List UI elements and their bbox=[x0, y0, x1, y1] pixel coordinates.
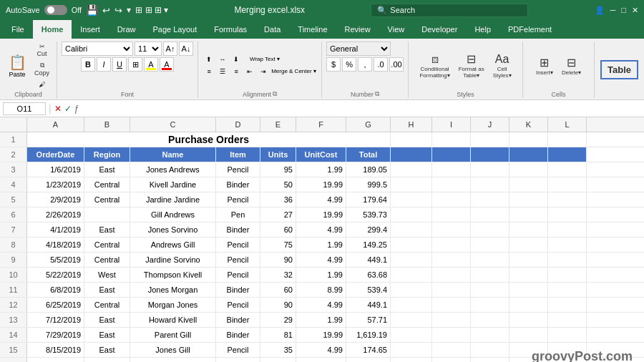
cell-E16[interactable]: 2 bbox=[260, 358, 296, 362]
cell-I4[interactable] bbox=[432, 177, 471, 192]
cell-E11[interactable]: 60 bbox=[260, 283, 296, 297]
close-icon[interactable]: ✕ bbox=[632, 6, 638, 15]
cell-J7[interactable] bbox=[471, 222, 509, 237]
cell-B13[interactable]: East bbox=[84, 313, 130, 327]
cell-styles-btn[interactable]: Aa CellStyles▾ bbox=[490, 47, 514, 85]
cell-K1[interactable] bbox=[509, 132, 548, 147]
cell-B2[interactable]: Region bbox=[84, 147, 130, 162]
cell-E6[interactable]: 27 bbox=[260, 207, 296, 222]
number-format-select[interactable]: General bbox=[326, 41, 391, 56]
cell-L16[interactable] bbox=[548, 358, 587, 362]
italic-btn[interactable]: I bbox=[97, 57, 111, 72]
cell-G14[interactable]: 1,619.19 bbox=[346, 328, 391, 342]
cell-G3[interactable]: 189.05 bbox=[346, 162, 391, 177]
cell-I2[interactable] bbox=[432, 147, 471, 162]
cell-H7[interactable] bbox=[391, 222, 432, 237]
align-middle-btn[interactable]: ↔ bbox=[216, 54, 229, 65]
cell-I5[interactable] bbox=[432, 192, 471, 207]
font-family-select[interactable]: Calibri bbox=[62, 41, 133, 56]
currency-btn[interactable]: $ bbox=[326, 57, 341, 72]
col-header-B[interactable]: B bbox=[84, 117, 130, 132]
col-header-C[interactable]: C bbox=[130, 117, 216, 132]
cell-E3[interactable]: 95 bbox=[260, 162, 296, 177]
tab-file[interactable]: File bbox=[3, 20, 33, 39]
cell-C12[interactable]: Morgan Jones bbox=[130, 298, 216, 312]
cell-L7[interactable] bbox=[548, 222, 587, 237]
undo-icon[interactable]: ↩ bbox=[102, 5, 110, 16]
cell-A1[interactable]: Purchase Orders bbox=[27, 132, 391, 147]
col-header-L[interactable]: L bbox=[548, 117, 587, 132]
cell-A3[interactable]: 1/6/2019 bbox=[27, 162, 84, 177]
tab-view[interactable]: View bbox=[379, 20, 414, 39]
cell-J16[interactable] bbox=[471, 358, 509, 362]
delete-cells-btn[interactable]: ⊟ Delete▾ bbox=[559, 47, 584, 85]
cell-I13[interactable] bbox=[432, 313, 471, 327]
cell-J12[interactable] bbox=[471, 298, 509, 312]
cell-D12[interactable]: Pencil bbox=[216, 298, 260, 312]
comma-btn[interactable]: , bbox=[358, 57, 372, 72]
cancel-formula-icon[interactable]: ✕ bbox=[54, 104, 62, 114]
tab-formulas[interactable]: Formulas bbox=[205, 20, 255, 39]
cell-A16[interactable]: 9/1/2019 bbox=[27, 358, 84, 362]
cell-K10[interactable] bbox=[509, 268, 548, 282]
cell-F5[interactable]: 4.99 bbox=[296, 192, 346, 207]
font-color-btn[interactable]: A bbox=[160, 57, 174, 72]
cell-A10[interactable]: 5/22/2019 bbox=[27, 268, 84, 282]
cell-K13[interactable] bbox=[509, 313, 548, 327]
cell-H14[interactable] bbox=[391, 328, 432, 342]
cell-H9[interactable] bbox=[391, 253, 432, 267]
cell-G16[interactable]: 250 bbox=[346, 358, 391, 362]
tab-developer[interactable]: Developer bbox=[413, 20, 466, 39]
decrease-font-btn[interactable]: A↓ bbox=[179, 41, 193, 56]
border-btn[interactable]: ⊞ bbox=[128, 57, 142, 72]
save-icon[interactable]: 💾 bbox=[86, 4, 98, 16]
cell-F3[interactable]: 1.99 bbox=[296, 162, 346, 177]
cell-B16[interactable]: Central bbox=[84, 358, 130, 362]
cell-J1[interactable] bbox=[471, 132, 509, 147]
cell-E15[interactable]: 35 bbox=[260, 343, 296, 357]
cell-H13[interactable] bbox=[391, 313, 432, 327]
conditional-formatting-btn[interactable]: ⧈ ConditionalFormatting▾ bbox=[416, 47, 452, 85]
cell-I15[interactable] bbox=[432, 343, 471, 357]
cell-A9[interactable]: 5/5/2019 bbox=[27, 253, 84, 267]
cell-I7[interactable] bbox=[432, 222, 471, 237]
cell-H6[interactable] bbox=[391, 207, 432, 222]
cell-L2[interactable] bbox=[548, 147, 587, 162]
cell-G13[interactable]: 57.71 bbox=[346, 313, 391, 327]
tab-insert[interactable]: Insert bbox=[72, 20, 109, 39]
tab-draw[interactable]: Draw bbox=[109, 20, 145, 39]
cell-L1[interactable] bbox=[548, 132, 587, 147]
cell-E8[interactable]: 75 bbox=[260, 238, 296, 252]
cell-I1[interactable] bbox=[432, 132, 471, 147]
tab-page-layout[interactable]: Page Layout bbox=[144, 20, 205, 39]
cell-L6[interactable] bbox=[548, 207, 587, 222]
cell-D5[interactable]: Pencil bbox=[216, 192, 260, 207]
cell-F14[interactable]: 19.99 bbox=[296, 328, 346, 342]
col-header-G[interactable]: G bbox=[346, 117, 391, 132]
cell-L13[interactable] bbox=[548, 313, 587, 327]
cell-E12[interactable]: 90 bbox=[260, 298, 296, 312]
tab-timeline[interactable]: Timeline bbox=[289, 20, 336, 39]
cell-G6[interactable]: 539.73 bbox=[346, 207, 391, 222]
cell-C9[interactable]: Jardine Sorvino bbox=[130, 253, 216, 267]
align-top-btn[interactable]: ⬆ bbox=[203, 54, 215, 65]
formula-input[interactable] bbox=[82, 102, 641, 115]
cell-B15[interactable]: East bbox=[84, 343, 130, 357]
cell-L12[interactable] bbox=[548, 298, 587, 312]
cell-L5[interactable] bbox=[548, 192, 587, 207]
cell-A11[interactable]: 6/8/2019 bbox=[27, 283, 84, 297]
cell-F10[interactable]: 1.99 bbox=[296, 268, 346, 282]
cell-D7[interactable]: Binder bbox=[216, 222, 260, 237]
cell-G11[interactable]: 539.4 bbox=[346, 283, 391, 297]
cell-F8[interactable]: 1.99 bbox=[296, 238, 346, 252]
cell-H12[interactable] bbox=[391, 298, 432, 312]
cell-K9[interactable] bbox=[509, 253, 548, 267]
cell-B5[interactable]: Central bbox=[84, 192, 130, 207]
decrease-decimal-btn[interactable]: .00 bbox=[389, 57, 404, 72]
cell-E4[interactable]: 50 bbox=[260, 177, 296, 192]
wrap-text-btn[interactable]: Wrap Text ▾ bbox=[243, 54, 286, 65]
cell-D15[interactable]: Pencil bbox=[216, 343, 260, 357]
cell-G9[interactable]: 449.1 bbox=[346, 253, 391, 267]
cell-D2[interactable]: Item bbox=[216, 147, 260, 162]
increase-indent-btn[interactable]: ⇥ bbox=[257, 66, 270, 77]
